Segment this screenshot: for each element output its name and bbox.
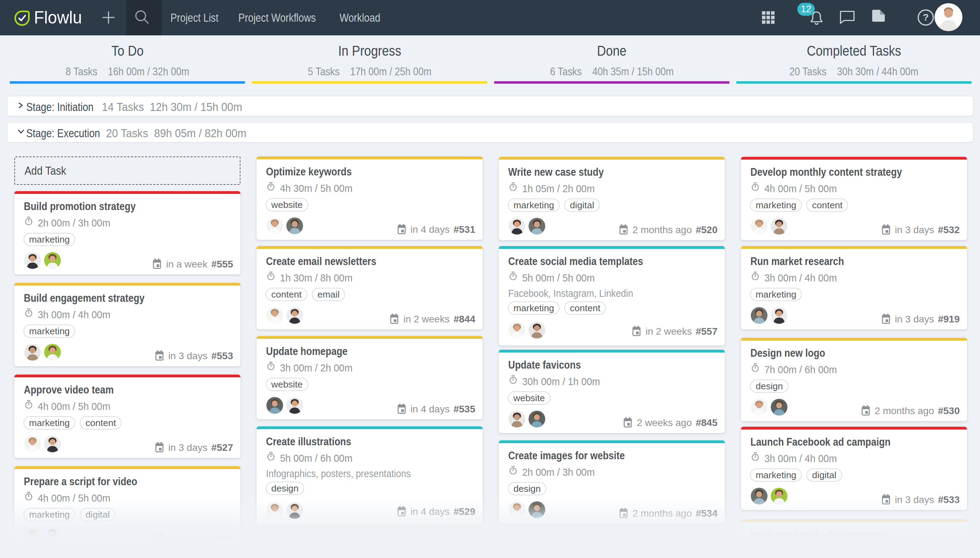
svg-text:?: ? xyxy=(923,12,929,23)
